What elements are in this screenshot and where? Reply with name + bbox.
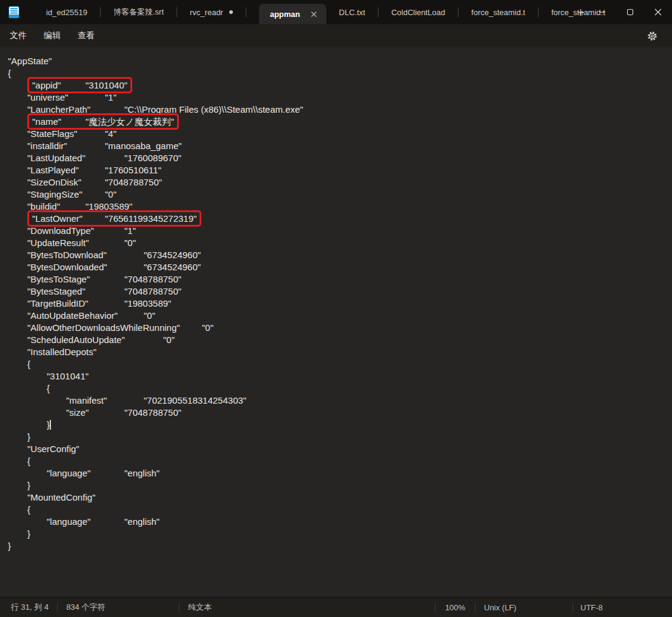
tab-label: appman: [270, 10, 300, 19]
tab-label: id_ed25519: [46, 8, 87, 17]
tab-appmanifest_22[interactable]: appmanifest_22: [246, 0, 259, 24]
red-highlight-box: "appid" "3101040": [27, 77, 132, 93]
tab-force_steamid.t[interactable]: force_steamid.t: [539, 0, 618, 24]
tab-label: 博客备案辣.srt: [113, 7, 164, 18]
editor-line: "LastUpdated" "1760089670": [8, 152, 670, 164]
editor-line: {: [8, 455, 670, 467]
editor-line: "name" "魔法少女ノ魔女裁判": [8, 116, 670, 128]
editor-line: "AllowOtherDownloadsWhileRunning" "0": [8, 322, 670, 334]
menu-edit[interactable]: 编辑: [35, 27, 69, 44]
titlebar: id_ed25519博客备案辣.srtrvc_readrappmanifest_…: [0, 0, 672, 24]
maximize-icon: [627, 8, 634, 16]
menubar: 文件 编辑 查看: [0, 24, 672, 47]
tab-label: DLC.txt: [339, 8, 365, 17]
tab-id_ed25519[interactable]: id_ed25519: [33, 0, 100, 24]
editor-line: "LastPlayed" "1760510611": [8, 164, 670, 176]
editor-line: "BytesToStage" "7048788750": [8, 273, 670, 285]
encoding: UTF-8: [573, 603, 672, 612]
tab-appman[interactable]: appman: [259, 4, 326, 24]
tab-DLC.txt[interactable]: DLC.txt: [326, 0, 378, 24]
tab-博客备案辣.srt[interactable]: 博客备案辣.srt: [101, 0, 176, 24]
close-icon: [311, 11, 317, 18]
editor-line: "ScheduledAutoUpdate" "0": [8, 334, 670, 346]
document-type: 纯文本: [180, 602, 435, 613]
tab-force_steamid.t[interactable]: force_steamid.t: [459, 0, 538, 24]
editor-line: "StateFlags" "4": [8, 128, 670, 140]
editor-line: "manifest" "7021905518314254303": [8, 395, 670, 407]
tab-label: rvc_readr: [190, 8, 223, 17]
editor-line: }: [8, 419, 670, 431]
editor-line: "MountedConfig": [8, 492, 670, 504]
notepad-app-icon: [8, 6, 19, 18]
text-editor[interactable]: "AppState"{ "appid" "3101040" "universe"…: [0, 47, 672, 597]
tab-ColdClientLoad[interactable]: ColdClientLoad: [378, 0, 458, 24]
tab-rvc_readr[interactable]: rvc_readr: [177, 0, 246, 24]
editor-line: "installdir" "manosaba_game": [8, 140, 670, 152]
settings-button[interactable]: [643, 27, 661, 45]
line-ending-type: Unix (LF): [475, 603, 573, 612]
editor-line: "language" "english": [8, 516, 670, 528]
editor-line: "3101041": [8, 370, 670, 382]
menu-view[interactable]: 查看: [69, 27, 103, 44]
editor-line: "BytesToDownload" "6734524960": [8, 249, 670, 261]
editor-line: {: [8, 358, 670, 370]
editor-line: "size" "7048788750": [8, 407, 670, 419]
editor-line: "BytesStaged" "7048788750": [8, 285, 670, 298]
maximize-button[interactable]: [616, 0, 644, 24]
editor-line: }: [8, 528, 670, 540]
red-highlight-box: "LastOwner" "76561199345272319": [27, 210, 201, 227]
editor-line: "AppState": [8, 55, 670, 67]
editor-line: "language" "english": [8, 467, 670, 479]
tab-bar: id_ed25519博客备案辣.srtrvc_readrappmanifest_…: [33, 0, 565, 24]
editor-line: "universe" "1": [8, 92, 670, 104]
editor-line: "UpdateResult" "0": [8, 237, 670, 249]
editor-line: }: [8, 540, 670, 552]
editor-line: "BytesDownloaded" "6734524960": [8, 261, 670, 273]
unsaved-changes-dot-icon: [229, 10, 233, 14]
editor-line: {: [8, 504, 670, 516]
tab-label: force_steamid.t: [551, 8, 605, 17]
statusbar: 行 31, 列 4 834 个字符 纯文本 100% Unix (LF) UTF…: [0, 597, 672, 617]
editor-line: "UserConfig": [8, 443, 670, 455]
editor-line: "appid" "3101040": [8, 79, 670, 92]
editor-line: "StagingSize" "0": [8, 188, 670, 201]
editor-line: }: [8, 431, 670, 443]
red-highlight-box: "name" "魔法少女ノ魔女裁判": [27, 113, 179, 130]
editor-line: "InstalledDepots": [8, 346, 670, 358]
editor-line: "TargetBuildID" "19803589": [8, 298, 670, 310]
editor-line: "SizeOnDisk" "7048788750": [8, 176, 670, 188]
editor-line: "AutoUpdateBehavior" "0": [8, 310, 670, 322]
notepad-window: id_ed25519博客备案辣.srtrvc_readrappmanifest_…: [0, 0, 672, 617]
editor-line: "DownloadType" "1": [8, 225, 670, 237]
close-icon: [654, 8, 662, 16]
close-button[interactable]: [644, 0, 672, 24]
tab-label: force_steamid.t: [471, 8, 525, 17]
tab-label: ColdClientLoad: [391, 8, 445, 17]
cursor-position: 行 31, 列 4: [0, 602, 57, 613]
zoom-level[interactable]: 100%: [435, 603, 475, 612]
menu-file[interactable]: 文件: [1, 27, 35, 44]
editor-line: }: [8, 479, 670, 492]
editor-line: {: [8, 382, 670, 395]
character-count: 834 个字符: [58, 602, 179, 613]
text-cursor: [50, 420, 51, 430]
gear-icon: [647, 31, 657, 41]
tab-close-button[interactable]: [309, 9, 319, 19]
editor-line: "LastOwner" "76561199345272319": [8, 213, 670, 225]
